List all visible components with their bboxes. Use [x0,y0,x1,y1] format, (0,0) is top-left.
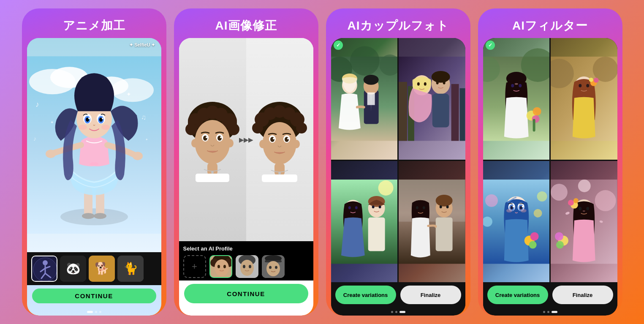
svg-point-143 [423,206,425,209]
svg-point-124 [436,81,439,84]
dot-3 [399,311,405,313]
thumbnail-4[interactable]: 🐈 [117,256,144,282]
svg-point-188 [595,190,616,211]
card-3-phone-mockup: ✓ [331,38,465,316]
filter-1-svg [483,38,550,160]
svg-point-109 [363,75,378,85]
svg-point-122 [417,82,420,86]
card-1-title: アニメ加工 [63,19,125,32]
finalize-button-3[interactable]: Finalize [400,286,461,304]
svg-rect-117 [460,88,465,141]
face-after [246,38,313,241]
card-2-continue-button[interactable]: CONTINUE [184,284,308,303]
svg-point-76 [270,137,274,142]
create-variations-button-4[interactable]: Create variations [487,286,548,304]
svg-point-15 [133,152,143,160]
card-1-continue-button[interactable]: CONTINUE [32,289,156,303]
couple-3-svg [331,161,398,283]
svg-rect-81 [262,174,297,182]
card-4-header: AIフィルター [478,8,622,38]
svg-point-199 [556,241,564,248]
filter-photo-3[interactable] [483,161,550,283]
card-3-header: AIカップルフォト [326,8,470,38]
thumbnail-2[interactable]: 🐼 [60,256,86,282]
couple-card: AIカップルフォト ✓ [326,8,470,316]
correction-card: AI画像修正 [174,8,318,316]
dot-2 [547,311,549,313]
avatar-2[interactable] [236,255,258,278]
dot-1 [391,311,393,313]
card-4-title: AIフィルター [512,19,588,32]
dot-1 [543,311,545,313]
svg-point-52 [228,123,239,135]
svg-point-189 [578,180,591,192]
filter-photo-1[interactable]: ✓ [483,38,550,160]
svg-point-53 [195,120,230,164]
profile-section-title: Select an AI Profile [183,245,309,252]
svg-point-185 [520,209,526,212]
profile-selection: Select an AI Profile + [179,241,313,280]
avatar-list: + [183,255,309,278]
svg-point-57 [217,136,222,141]
svg-point-133 [355,206,357,209]
svg-rect-110 [367,93,375,105]
couple-photo-1[interactable]: ✓ [331,38,398,160]
svg-point-91 [223,265,226,268]
svg-point-140 [436,194,453,206]
svg-point-184 [506,209,512,212]
thumb-1-icon [32,256,57,282]
svg-point-157 [514,83,518,85]
thumbnail-3[interactable]: 🐕 [89,256,115,282]
card-2-phone-mockup: ▶▶▶ [179,38,313,316]
correction-arrows: ▶▶▶ [239,136,253,143]
svg-text:🐈: 🐈 [123,261,138,275]
svg-point-152 [533,107,541,116]
card-1-indicators [27,308,161,316]
svg-point-200 [579,207,582,210]
svg-text:🐕: 🐕 [94,261,109,275]
svg-point-182 [512,205,514,207]
dot-1 [87,311,93,313]
avatar-3[interactable] [262,255,285,278]
svg-point-166 [586,84,589,87]
filter-photo-2[interactable] [551,38,617,160]
watermark-text: ✦ SelfieU ✦ [129,42,155,48]
filter-3-svg [483,161,550,283]
avatar-1-svg [210,256,232,278]
svg-point-26 [79,125,87,130]
svg-point-134 [372,205,374,208]
svg-text:♫: ♫ [141,114,146,121]
dot-3 [552,311,557,313]
avatar-1[interactable] [209,255,232,278]
svg-point-174 [530,232,538,240]
svg-point-14 [46,150,56,158]
add-avatar-button[interactable]: + [183,255,206,278]
svg-point-62 [211,171,214,174]
couple-1-svg [331,38,398,160]
correction-content-area: ▶▶▶ [179,38,313,241]
filter-2-svg [551,38,617,160]
card-1-phone-mockup: ♪ ♫ ♪ ♫ [27,38,161,316]
couple-photo-4[interactable] [399,161,465,283]
svg-point-135 [378,205,381,208]
finalize-button-4[interactable]: Finalize [552,286,613,304]
couple-photo-2[interactable] [399,38,465,160]
svg-point-156 [519,84,522,87]
svg-point-187 [551,184,568,201]
thumb-3-icon: 🐕 [89,256,115,282]
filter-photo-4[interactable] [551,161,617,283]
svg-point-64 [227,139,234,147]
dot-2 [243,311,249,313]
svg-rect-120 [432,94,449,128]
thumb-4-icon: 🐈 [117,256,144,282]
couple-photo-3[interactable] [331,161,398,283]
card-2-indicators [179,308,313,316]
thumbnail-1[interactable] [31,256,57,282]
svg-rect-154 [533,119,535,132]
svg-text:✦: ✦ [145,138,148,142]
couple-photo-grid: ✓ [331,38,465,282]
svg-point-168 [485,194,497,207]
create-variations-button-3[interactable]: Create variations [335,286,396,304]
svg-point-144 [440,205,442,208]
svg-rect-61 [196,174,229,182]
